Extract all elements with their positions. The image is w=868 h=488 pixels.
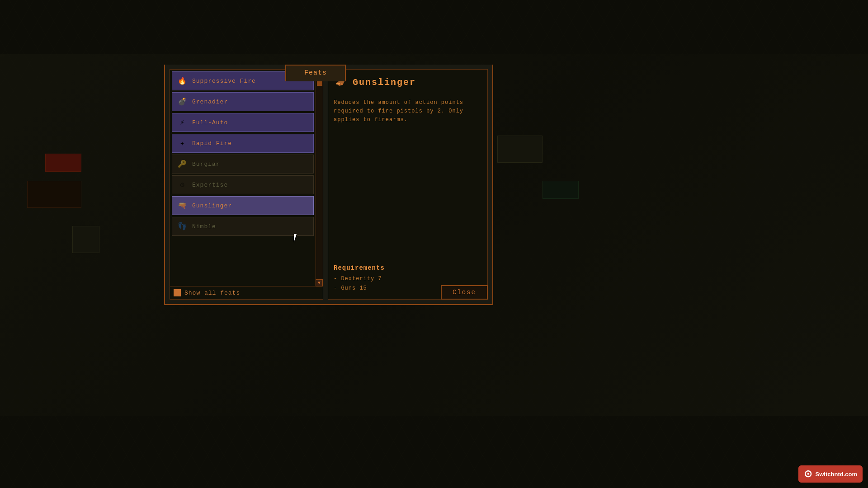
expertise-icon: ⚙	[176, 178, 189, 191]
feat-name-gunslinger: Gunslinger	[192, 202, 232, 209]
show-all-checkbox[interactable]	[174, 289, 181, 296]
show-all-label: Show all feats	[184, 290, 240, 296]
feat-item-gunslinger[interactable]: 🔫 Gunslinger	[172, 196, 314, 215]
feat-name-burglar: Burglar	[192, 161, 220, 168]
feat-item-nimble[interactable]: 👣 Nimble	[172, 217, 314, 236]
feat-name-suppressive-fire: Suppressive Fire	[192, 78, 256, 84]
svg-rect-1	[336, 83, 340, 84]
dialog-inner: 🔥 Suppressive Fire 💣 Grenadier ⚡ Full-Au…	[165, 65, 492, 304]
switch-url: Switchntd.com	[816, 471, 857, 478]
feat-name-nimble: Nimble	[192, 223, 216, 230]
feat-item-burglar[interactable]: 🔑 Burglar	[172, 155, 314, 174]
scrollbar[interactable]: ▲	[316, 70, 323, 286]
full-auto-icon: ⚡	[176, 116, 189, 129]
detail-panel: Gunslinger Reduces the amount of action …	[328, 69, 488, 300]
gunslinger-icon: 🔫	[176, 199, 189, 212]
feat-item-rapid-fire[interactable]: ✦ Rapid Fire	[172, 134, 314, 153]
tab-feats[interactable]: Feats	[285, 65, 346, 81]
rapid-fire-icon: ✦	[176, 137, 189, 150]
feat-list-scroll: 🔥 Suppressive Fire 💣 Grenadier ⚡ Full-Au…	[170, 70, 323, 286]
suppressive-fire-icon: 🔥	[176, 75, 189, 87]
requirements-title: Requirements	[334, 264, 482, 272]
dialog-bottom: Close	[441, 285, 488, 300]
feat-list-panel: 🔥 Suppressive Fire 💣 Grenadier ⚡ Full-Au…	[170, 69, 323, 300]
feat-name-expertise: Expertise	[192, 182, 228, 188]
switch-badge: ⊙ Switchntd.com	[798, 465, 863, 483]
show-all-feats-row[interactable]: Show all feats	[170, 286, 316, 299]
main-dialog: 🔥 Suppressive Fire 💣 Grenadier ⚡ Full-Au…	[164, 65, 493, 305]
detail-description: Reduces the amount of action points requ…	[334, 99, 482, 260]
detail-title: Gunslinger	[353, 77, 416, 88]
feat-item-expertise[interactable]: ⚙ Expertise	[172, 175, 314, 194]
detail-title-row: Gunslinger	[334, 75, 482, 93]
burglar-icon: 🔑	[176, 158, 189, 170]
feat-name-rapid-fire: Rapid Fire	[192, 140, 232, 147]
nimble-icon: 👣	[176, 220, 189, 233]
feat-item-full-auto[interactable]: ⚡ Full-Auto	[172, 113, 314, 132]
svg-point-2	[341, 83, 343, 85]
feat-name-grenadier: Grenadier	[192, 99, 228, 105]
requirement-dexterity: - Dexterity 7	[334, 274, 482, 284]
feat-name-full-auto: Full-Auto	[192, 119, 228, 126]
scroll-down-arrow[interactable]: ▼	[316, 279, 323, 286]
feat-item-grenadier[interactable]: 💣 Grenadier	[172, 92, 314, 111]
close-button[interactable]: Close	[441, 285, 488, 300]
grenadier-icon: 💣	[176, 95, 189, 108]
